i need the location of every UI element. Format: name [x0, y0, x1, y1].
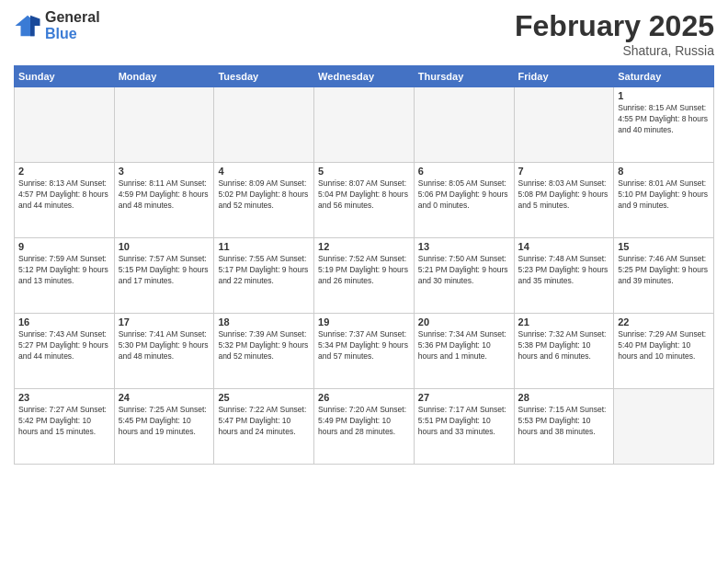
day-cell-w1-d3: 5Sunrise: 8:07 AM Sunset: 5:04 PM Daylig… [314, 163, 415, 238]
day-cell-w3-d0: 16Sunrise: 7:43 AM Sunset: 5:27 PM Dayli… [15, 314, 115, 389]
day-info-8: Sunrise: 8:01 AM Sunset: 5:10 PM Dayligh… [618, 178, 710, 212]
logo-text: General Blue [45, 9, 100, 41]
week-row-4: 23Sunrise: 7:27 AM Sunset: 5:42 PM Dayli… [15, 389, 714, 465]
day-cell-w3-d2: 18Sunrise: 7:39 AM Sunset: 5:32 PM Dayli… [214, 314, 314, 389]
day-number-25: 25 [218, 392, 310, 403]
day-number-2: 2 [18, 166, 110, 177]
day-cell-w1-d6: 8Sunrise: 8:01 AM Sunset: 5:10 PM Daylig… [614, 163, 714, 238]
day-number-21: 21 [518, 316, 610, 327]
day-number-1: 1 [618, 90, 710, 101]
day-cell-w0-d6: 1Sunrise: 8:15 AM Sunset: 4:55 PM Daylig… [614, 87, 714, 163]
day-info-23: Sunrise: 7:27 AM Sunset: 5:42 PM Dayligh… [18, 405, 110, 438]
day-info-20: Sunrise: 7:34 AM Sunset: 5:36 PM Dayligh… [418, 329, 510, 362]
day-info-10: Sunrise: 7:57 AM Sunset: 5:15 PM Dayligh… [119, 254, 210, 287]
logo: General Blue [14, 9, 100, 41]
day-cell-w3-d6: 22Sunrise: 7:29 AM Sunset: 5:40 PM Dayli… [614, 314, 714, 389]
day-cell-w4-d3: 26Sunrise: 7:20 AM Sunset: 5:49 PM Dayli… [314, 389, 415, 465]
day-cell-w4-d6 [614, 389, 714, 465]
logo-general-text: General [45, 9, 100, 26]
day-cell-w4-d2: 25Sunrise: 7:22 AM Sunset: 5:47 PM Dayli… [214, 389, 314, 465]
header-tuesday: Tuesday [214, 66, 314, 87]
day-number-12: 12 [318, 241, 410, 252]
header-friday: Friday [514, 66, 614, 87]
week-row-1: 2Sunrise: 8:13 AM Sunset: 4:57 PM Daylig… [15, 163, 714, 238]
week-row-2: 9Sunrise: 7:59 AM Sunset: 5:12 PM Daylig… [15, 238, 714, 314]
day-number-10: 10 [119, 241, 210, 252]
day-info-28: Sunrise: 7:15 AM Sunset: 5:53 PM Dayligh… [518, 405, 610, 438]
header-saturday: Saturday [614, 66, 714, 87]
day-info-26: Sunrise: 7:20 AM Sunset: 5:49 PM Dayligh… [318, 405, 410, 438]
day-info-24: Sunrise: 7:25 AM Sunset: 5:45 PM Dayligh… [119, 405, 210, 438]
day-info-5: Sunrise: 8:07 AM Sunset: 5:04 PM Dayligh… [318, 178, 410, 212]
day-info-9: Sunrise: 7:59 AM Sunset: 5:12 PM Dayligh… [18, 254, 110, 287]
day-cell-w0-d1 [114, 87, 214, 163]
day-number-19: 19 [318, 316, 410, 327]
day-cell-w0-d3 [314, 87, 415, 163]
day-info-7: Sunrise: 8:03 AM Sunset: 5:08 PM Dayligh… [518, 178, 610, 212]
day-number-7: 7 [518, 166, 610, 177]
day-cell-w0-d4 [414, 87, 514, 163]
title-block: February 2025 Shatura, Russia [515, 9, 714, 58]
day-cell-w1-d5: 7Sunrise: 8:03 AM Sunset: 5:08 PM Daylig… [514, 163, 614, 238]
day-cell-w3-d4: 20Sunrise: 7:34 AM Sunset: 5:36 PM Dayli… [414, 314, 514, 389]
day-info-25: Sunrise: 7:22 AM Sunset: 5:47 PM Dayligh… [218, 405, 310, 438]
day-cell-w2-d6: 15Sunrise: 7:46 AM Sunset: 5:25 PM Dayli… [614, 238, 714, 314]
header-sunday: Sunday [15, 66, 115, 87]
day-info-13: Sunrise: 7:50 AM Sunset: 5:21 PM Dayligh… [418, 254, 510, 287]
day-cell-w3-d1: 17Sunrise: 7:41 AM Sunset: 5:30 PM Dayli… [114, 314, 214, 389]
day-cell-w2-d4: 13Sunrise: 7:50 AM Sunset: 5:21 PM Dayli… [414, 238, 514, 314]
day-number-18: 18 [218, 316, 310, 327]
logo-blue-text: Blue [45, 26, 100, 42]
day-info-4: Sunrise: 8:09 AM Sunset: 5:02 PM Dayligh… [218, 178, 310, 212]
day-info-14: Sunrise: 7:48 AM Sunset: 5:23 PM Dayligh… [518, 254, 610, 287]
calendar-table: Sunday Monday Tuesday Wednesday Thursday… [14, 65, 714, 465]
day-cell-w1-d0: 2Sunrise: 8:13 AM Sunset: 4:57 PM Daylig… [15, 163, 115, 238]
logo-icon [14, 12, 41, 40]
day-number-11: 11 [218, 241, 310, 252]
day-info-19: Sunrise: 7:37 AM Sunset: 5:34 PM Dayligh… [318, 329, 410, 362]
day-cell-w3-d3: 19Sunrise: 7:37 AM Sunset: 5:34 PM Dayli… [314, 314, 415, 389]
day-cell-w2-d5: 14Sunrise: 7:48 AM Sunset: 5:23 PM Dayli… [514, 238, 614, 314]
day-info-21: Sunrise: 7:32 AM Sunset: 5:38 PM Dayligh… [518, 329, 610, 362]
day-number-8: 8 [618, 166, 710, 177]
day-cell-w2-d0: 9Sunrise: 7:59 AM Sunset: 5:12 PM Daylig… [15, 238, 115, 314]
day-number-20: 20 [418, 316, 510, 327]
day-cell-w1-d2: 4Sunrise: 8:09 AM Sunset: 5:02 PM Daylig… [214, 163, 314, 238]
day-number-4: 4 [218, 166, 310, 177]
day-cell-w1-d1: 3Sunrise: 8:11 AM Sunset: 4:59 PM Daylig… [114, 163, 214, 238]
week-row-0: 1Sunrise: 8:15 AM Sunset: 4:55 PM Daylig… [15, 87, 714, 163]
day-number-27: 27 [418, 392, 510, 403]
weekday-header-row: Sunday Monday Tuesday Wednesday Thursday… [15, 66, 714, 87]
day-number-16: 16 [18, 316, 110, 327]
day-cell-w4-d1: 24Sunrise: 7:25 AM Sunset: 5:45 PM Dayli… [114, 389, 214, 465]
day-cell-w4-d0: 23Sunrise: 7:27 AM Sunset: 5:42 PM Dayli… [15, 389, 115, 465]
day-number-22: 22 [618, 316, 710, 327]
day-cell-w4-d5: 28Sunrise: 7:15 AM Sunset: 5:53 PM Dayli… [514, 389, 614, 465]
page: General Blue February 2025 Shatura, Russ… [0, 0, 728, 563]
day-info-1: Sunrise: 8:15 AM Sunset: 4:55 PM Dayligh… [618, 103, 710, 136]
day-info-22: Sunrise: 7:29 AM Sunset: 5:40 PM Dayligh… [618, 329, 710, 362]
day-number-6: 6 [418, 166, 510, 177]
day-number-28: 28 [518, 392, 610, 403]
day-cell-w2-d1: 10Sunrise: 7:57 AM Sunset: 5:15 PM Dayli… [114, 238, 214, 314]
day-info-18: Sunrise: 7:39 AM Sunset: 5:32 PM Dayligh… [218, 329, 310, 362]
header-thursday: Thursday [414, 66, 514, 87]
day-cell-w0-d2 [214, 87, 314, 163]
day-number-24: 24 [119, 392, 210, 403]
day-cell-w2-d3: 12Sunrise: 7:52 AM Sunset: 5:19 PM Dayli… [314, 238, 415, 314]
title-location: Shatura, Russia [515, 43, 714, 58]
header-wednesday: Wednesday [314, 66, 415, 87]
day-number-5: 5 [318, 166, 410, 177]
day-number-13: 13 [418, 241, 510, 252]
day-info-12: Sunrise: 7:52 AM Sunset: 5:19 PM Dayligh… [318, 254, 410, 287]
day-info-3: Sunrise: 8:11 AM Sunset: 4:59 PM Dayligh… [119, 178, 210, 212]
day-cell-w0-d5 [514, 87, 614, 163]
day-number-26: 26 [318, 392, 410, 403]
day-number-14: 14 [518, 241, 610, 252]
day-number-17: 17 [119, 316, 210, 327]
week-row-3: 16Sunrise: 7:43 AM Sunset: 5:27 PM Dayli… [15, 314, 714, 389]
day-info-15: Sunrise: 7:46 AM Sunset: 5:25 PM Dayligh… [618, 254, 710, 287]
title-month: February 2025 [515, 9, 714, 43]
day-cell-w4-d4: 27Sunrise: 7:17 AM Sunset: 5:51 PM Dayli… [414, 389, 514, 465]
day-number-9: 9 [18, 241, 110, 252]
